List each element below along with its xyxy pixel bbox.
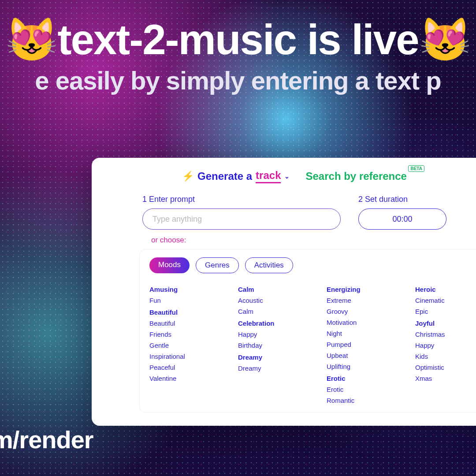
mood-item[interactable]: Calm xyxy=(238,308,309,315)
step-prompt: 1 Enter prompt Type anything xyxy=(142,195,341,230)
mood-item[interactable]: Kids xyxy=(415,353,476,360)
prompt-placeholder: Type anything xyxy=(152,215,202,224)
mood-group-title[interactable]: Amusing xyxy=(149,286,220,293)
mood-group-title[interactable]: Erotic xyxy=(327,375,398,382)
mood-group-title[interactable]: Calm xyxy=(238,286,309,293)
chip-moods[interactable]: Moods xyxy=(149,257,190,273)
mood-item[interactable]: Inspirational xyxy=(149,353,220,360)
chip-genres[interactable]: Genres xyxy=(196,257,239,273)
mood-item[interactable]: Upbeat xyxy=(327,352,398,359)
mood-item[interactable]: Happy xyxy=(415,342,476,349)
generate-panel: ⚡ Generate a track ⌄ Search by reference… xyxy=(92,158,476,426)
footer-url-fragment: m/render xyxy=(0,425,93,454)
mood-item[interactable]: Acoustic xyxy=(238,297,309,304)
chip-activities[interactable]: Activities xyxy=(245,257,293,273)
mood-group-title[interactable]: Joyful xyxy=(415,320,476,327)
mood-item[interactable]: Extreme xyxy=(327,297,398,304)
mood-item[interactable]: Motivation xyxy=(327,319,398,326)
filter-row: Moods Genres Activities xyxy=(149,257,476,273)
mood-item[interactable]: Fun xyxy=(149,297,220,304)
mood-item[interactable]: Erotic xyxy=(327,386,398,393)
mood-group-title[interactable]: Beautiful xyxy=(149,309,220,316)
mood-item[interactable]: Epic xyxy=(415,308,476,315)
tab-search-reference[interactable]: Search by reference BETA xyxy=(305,170,406,182)
mood-item[interactable]: Pumped xyxy=(327,341,398,348)
or-choose-label: or choose: xyxy=(151,236,476,245)
mood-item[interactable]: Beautiful xyxy=(149,320,220,327)
generate-prefix: Generate a xyxy=(197,170,252,182)
step-prompt-label: 1 Enter prompt xyxy=(142,195,341,204)
mood-group-title[interactable]: Energizing xyxy=(327,286,398,293)
mood-item[interactable]: Cinematic xyxy=(415,297,476,304)
mood-picker: Moods Genres Activities AmusingFunBeauti… xyxy=(139,249,476,413)
duration-input[interactable]: 00:00 xyxy=(358,208,446,230)
mood-group-title[interactable]: Celebration xyxy=(238,320,309,327)
mood-item[interactable]: Peaceful xyxy=(149,364,220,371)
mood-item[interactable]: Groovy xyxy=(327,308,398,315)
mood-columns: AmusingFunBeautifulBeautifulFriendsGentl… xyxy=(149,281,476,408)
bolt-icon: ⚡ xyxy=(182,171,194,182)
cat-emoji-left: 😻 xyxy=(5,16,57,63)
mood-item[interactable]: Night xyxy=(327,330,398,337)
mood-item[interactable]: Romantic xyxy=(327,397,398,404)
mood-group-title[interactable]: Heroic xyxy=(415,286,476,293)
mood-item[interactable]: Valentine xyxy=(149,375,220,382)
step-row: 1 Enter prompt Type anything 2 Set durat… xyxy=(100,195,476,230)
tabs-bar: ⚡ Generate a track ⌄ Search by reference… xyxy=(100,169,476,183)
mood-item[interactable]: Optimistic xyxy=(415,364,476,371)
step-duration: 2 Set duration 00:00 xyxy=(358,195,446,230)
mood-item[interactable]: Birthday xyxy=(238,342,309,349)
hero: 😻text-2-music is live😻 e easily by simpl… xyxy=(0,18,476,95)
mood-item[interactable]: Friends xyxy=(149,331,220,338)
mood-item[interactable]: Christmas xyxy=(415,331,476,338)
mood-item[interactable]: Happy xyxy=(238,331,309,338)
mood-item[interactable]: Uplifting xyxy=(327,363,398,370)
mood-item[interactable]: Xmas xyxy=(415,375,476,382)
duration-value: 00:00 xyxy=(392,215,412,224)
generate-track-word[interactable]: track xyxy=(256,169,281,183)
prompt-input[interactable]: Type anything xyxy=(142,208,341,230)
mood-item[interactable]: Dreamy xyxy=(238,364,309,372)
chevron-down-icon[interactable]: ⌄ xyxy=(284,173,290,180)
beta-badge: BETA xyxy=(408,165,424,172)
mood-group-title[interactable]: Dreamy xyxy=(238,353,309,361)
step-duration-label: 2 Set duration xyxy=(358,195,446,204)
cat-emoji-right: 😻 xyxy=(419,16,471,63)
mood-item[interactable]: Gentle xyxy=(149,342,220,349)
hero-title: 😻text-2-music is live😻 xyxy=(0,18,476,62)
hero-subtitle: e easily by simply entering a text p xyxy=(0,66,476,95)
tab-generate[interactable]: ⚡ Generate a track ⌄ xyxy=(182,169,290,183)
